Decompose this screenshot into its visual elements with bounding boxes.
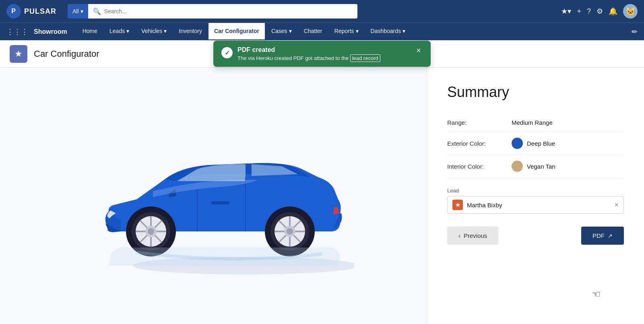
star-icon: ★: [14, 49, 23, 59]
range-label: Range:: [447, 119, 504, 126]
previous-button[interactable]: ‹ Previous: [447, 227, 498, 245]
exterior-color-label: Exterior Color:: [447, 140, 504, 147]
nav-item-vehicles[interactable]: Vehicles ▾: [136, 23, 172, 41]
previous-label: Previous: [464, 232, 487, 239]
notification-body-text: The via Heroku created PDF got attached …: [237, 55, 349, 61]
page-title: Car Configurator: [34, 49, 99, 59]
nav-item-reports[interactable]: Reports ▾: [329, 23, 364, 41]
nav-label-car-configurator: Car Configurator: [214, 28, 259, 34]
chevron-down-icon: ▾: [164, 28, 167, 34]
settings-button[interactable]: ⚙: [597, 7, 603, 16]
top-bar: P PULSAR All ▾ 🔍 ★▾ + ? ⚙ 🔔 🐱: [0, 0, 644, 23]
avatar[interactable]: 🐱: [623, 4, 638, 19]
chevron-down-icon: ▾: [289, 28, 292, 34]
notifications-button[interactable]: 🔔: [609, 7, 617, 16]
search-type-label: All: [72, 8, 79, 14]
nav-bar: ⋮⋮⋮ Showroom Home Leads ▾ Vehicles ▾ Inv…: [0, 23, 644, 40]
nav-item-cases[interactable]: Cases ▾: [266, 23, 297, 41]
chevron-down-icon: ▾: [402, 28, 405, 34]
search-input[interactable]: [104, 8, 353, 14]
nav-label-home: Home: [83, 28, 97, 34]
nav-item-home[interactable]: Home: [77, 23, 103, 41]
summary-row-exterior: Exterior Color: Deep Blue: [447, 132, 624, 155]
search-area: All ▾ 🔍: [68, 4, 357, 19]
app-grid-button[interactable]: ⋮⋮⋮: [6, 27, 28, 36]
logo-icon: P: [6, 4, 21, 19]
svg-point-19: [287, 228, 293, 235]
interior-color-swatch: [512, 161, 523, 172]
chevron-left-icon: ‹: [458, 232, 460, 239]
nav-item-leads[interactable]: Leads ▾: [104, 23, 135, 41]
add-button[interactable]: +: [577, 7, 581, 16]
logo-area: P PULSAR: [6, 4, 63, 19]
help-button[interactable]: ?: [587, 7, 591, 16]
notification-content: PDF created The via Heroku created PDF g…: [237, 46, 410, 61]
search-icon: 🔍: [93, 8, 101, 15]
app-name: PULSAR: [24, 7, 56, 16]
nav-item-dashboards[interactable]: Dashboards ▾: [365, 23, 411, 41]
success-check-icon: ✓: [221, 47, 233, 58]
favorites-button[interactable]: ★▾: [561, 7, 571, 16]
exterior-color-swatch: [512, 138, 523, 149]
notification-close-button[interactable]: ×: [415, 46, 423, 54]
nav-item-car-configurator[interactable]: Car Configurator: [208, 23, 265, 41]
page-header-icon: ★: [10, 45, 27, 63]
lead-badge-icon: ★: [452, 200, 463, 210]
pdf-label: PDF: [592, 232, 605, 239]
summary-title: Summary: [447, 84, 624, 101]
nav-label-chatter: Chatter: [304, 28, 322, 34]
main-content: Summary Range: Medium Range Exterior Col…: [0, 68, 644, 324]
car-area: [0, 68, 427, 324]
export-icon: ↗: [608, 233, 613, 239]
summary-row-interior: Interior Color: Vegan Tan: [447, 155, 624, 178]
lead-field-label: Lead: [447, 188, 624, 194]
summary-panel: Summary Range: Medium Range Exterior Col…: [427, 68, 644, 324]
search-input-wrap: 🔍: [88, 4, 357, 19]
summary-row-range: Range: Medium Range: [447, 114, 624, 132]
page-header: ★ Car Configurator ✓ PDF created The via…: [0, 40, 644, 68]
button-row: ‹ Previous PDF ↗: [447, 227, 624, 245]
exterior-color-value: Deep Blue: [512, 138, 555, 149]
svg-rect-1: [211, 201, 229, 204]
nav-item-inventory[interactable]: Inventory: [173, 23, 208, 41]
nav-item-chatter[interactable]: Chatter: [298, 23, 328, 41]
lead-record-link[interactable]: lead record: [350, 54, 380, 62]
lead-section: Lead ★ Martha Bixby ×: [447, 188, 624, 214]
nav-label-cases: Cases: [271, 28, 287, 34]
nav-items: Home Leads ▾ Vehicles ▾ Inventory Car Co…: [77, 23, 632, 41]
lead-clear-button[interactable]: ×: [614, 201, 619, 209]
nav-brand: Showroom: [34, 28, 67, 35]
nav-label-reports: Reports: [334, 28, 354, 34]
car-svg: [72, 111, 354, 280]
notification-banner: ✓ PDF created The via Heroku created PDF…: [213, 41, 431, 67]
notification-body: The via Heroku created PDF got attached …: [237, 55, 410, 61]
lead-input-wrap[interactable]: ★ Martha Bixby ×: [447, 196, 624, 214]
nav-label-dashboards: Dashboards: [371, 28, 401, 34]
chevron-down-icon: ▾: [356, 28, 359, 34]
top-bar-actions: ★▾ + ? ⚙ 🔔 🐱: [561, 4, 638, 19]
nav-label-inventory: Inventory: [179, 28, 202, 34]
pdf-button[interactable]: PDF ↗: [581, 227, 624, 245]
interior-color-value: Vegan Tan: [512, 161, 555, 172]
lead-name-value: Martha Bixby: [467, 202, 610, 208]
nav-edit-button[interactable]: ✏: [632, 27, 638, 36]
car-image: [72, 111, 354, 281]
nav-label-leads: Leads: [109, 28, 125, 34]
search-type-dropdown[interactable]: All ▾: [68, 4, 88, 19]
nav-label-vehicles: Vehicles: [141, 28, 162, 34]
chevron-down-icon: ▾: [80, 8, 83, 14]
range-value: Medium Range: [512, 119, 553, 126]
notification-title: PDF created: [237, 46, 410, 54]
chevron-down-icon: ▾: [126, 28, 129, 34]
interior-color-label: Interior Color:: [447, 163, 504, 170]
svg-point-10: [148, 228, 154, 235]
